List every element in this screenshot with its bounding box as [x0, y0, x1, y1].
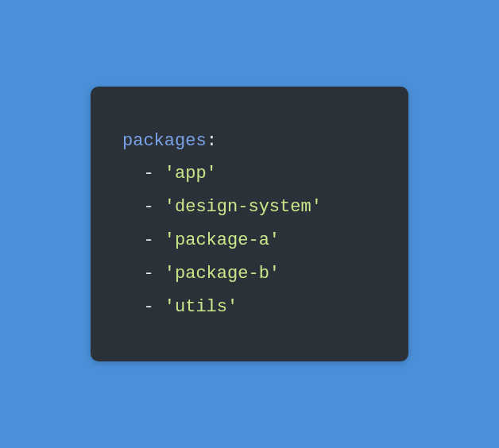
yaml-string: 'package-b' — [164, 264, 280, 284]
yaml-dash: - — [143, 197, 164, 217]
yaml-indent — [122, 264, 143, 284]
yaml-key-line: packages: — [122, 125, 377, 158]
yaml-list-item: - 'package-b' — [122, 257, 377, 291]
yaml-dash: - — [143, 297, 164, 317]
yaml-dash: - — [143, 264, 164, 284]
yaml-indent — [122, 230, 143, 250]
yaml-string: 'utils' — [164, 297, 238, 317]
yaml-list-item: - 'utils' — [122, 291, 377, 324]
yaml-dash: - — [143, 164, 164, 183]
yaml-string: 'design-system' — [164, 197, 322, 217]
yaml-code-block: packages: - 'app' - 'design-system' - 'p… — [91, 87, 408, 362]
yaml-string: 'app' — [164, 164, 217, 183]
yaml-key: packages — [122, 131, 207, 151]
yaml-indent — [122, 197, 143, 217]
yaml-list-item: - 'design-system' — [122, 191, 377, 224]
yaml-list-item: - 'package-a' — [122, 224, 377, 257]
yaml-colon: : — [207, 131, 217, 151]
yaml-string: 'package-a' — [164, 230, 280, 250]
yaml-list-item: - 'app' — [122, 157, 377, 191]
yaml-indent — [122, 164, 143, 183]
yaml-indent — [122, 297, 143, 317]
yaml-dash: - — [143, 230, 164, 250]
